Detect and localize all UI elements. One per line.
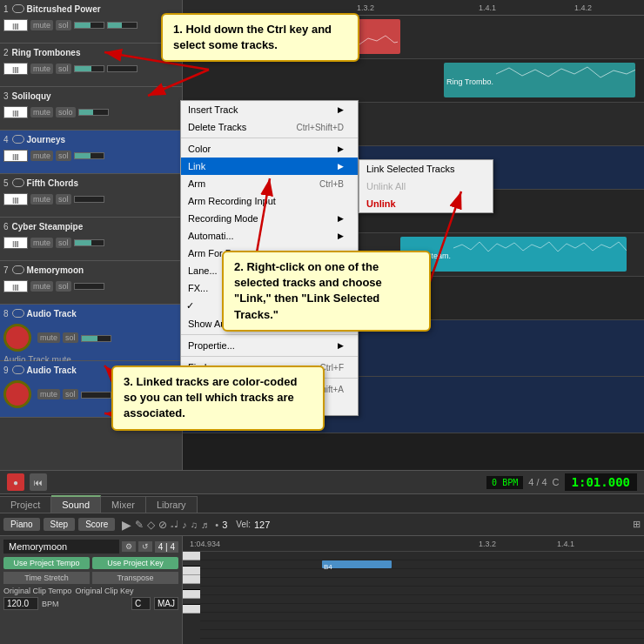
- track-loop-btn[interactable]: ↺: [138, 541, 152, 552]
- note-icon-3[interactable]: ♪: [182, 520, 187, 530]
- track-2-mute[interactable]: mute: [30, 64, 53, 74]
- record-button[interactable]: ●: [7, 473, 24, 491]
- track-1-vol-fill: [75, 23, 91, 28]
- track-5-name: Fifth Chords: [27, 178, 78, 188]
- bottom-panel: Piano Step Score ▶ ✎ ◇ ⊘ 𝅗 ♩ ♪ ♫ ♬ • 3 V…: [0, 513, 644, 644]
- score-mode-button[interactable]: Score: [78, 518, 115, 531]
- menu-arm-recording[interactable]: Arm Recording Input: [181, 192, 358, 210]
- track-8-vol: [81, 335, 111, 342]
- track-4-num: 4: [3, 135, 9, 144]
- clip-6[interactable]: Cyber Steam.: [400, 237, 627, 272]
- time-stretch-button[interactable]: Time Stretch: [3, 572, 90, 584]
- insert-track-arrow: ▶: [338, 105, 344, 114]
- orig-tempo-row: Original Clip Tempo Original Clip Key: [3, 587, 178, 595]
- link-icon-1: [12, 4, 24, 13]
- track-8-header: 8 Audio Track: [0, 305, 182, 322]
- submenu-unlink-all[interactable]: Unlink All: [359, 178, 493, 195]
- submenu-unlink[interactable]: Unlink: [359, 195, 493, 212]
- expand-icon[interactable]: ⊞: [633, 519, 641, 530]
- track-6-mute[interactable]: mute: [30, 238, 53, 248]
- note-icon-5[interactable]: ♬: [201, 520, 208, 530]
- note-block-b4[interactable]: B4: [322, 560, 392, 568]
- track-3-mute[interactable]: mute: [30, 107, 53, 117]
- tab-project[interactable]: Project: [0, 496, 51, 513]
- track-6-controls: |||| mute sol: [0, 235, 182, 251]
- tab-mixer[interactable]: Mixer: [101, 496, 146, 513]
- cursor-tool-icon[interactable]: ▶: [122, 518, 131, 532]
- step-mode-button[interactable]: Step: [44, 518, 76, 531]
- track-1-header: 1 Bitcrushed Power: [0, 0, 182, 17]
- track-row-2: 2 Ring Trombones |||| mute sol: [0, 44, 182, 87]
- track-9-mute[interactable]: mute: [37, 389, 60, 399]
- track-7-solo[interactable]: sol: [56, 281, 71, 292]
- menu-color[interactable]: Color ▶: [181, 140, 358, 158]
- transpose-button[interactable]: Transpose: [92, 572, 178, 584]
- track-2-solo[interactable]: sol: [56, 64, 71, 74]
- track-2-vol: [74, 65, 104, 72]
- time-display: 1:01.000: [565, 473, 637, 491]
- menu-delete-tracks[interactable]: Delete Tracks Ctrl+Shift+D: [181, 118, 358, 136]
- menu-properties[interactable]: Propertie... ▶: [181, 337, 358, 354]
- track-1-solo[interactable]: sol: [56, 20, 71, 30]
- menu-sep-1: [181, 138, 358, 138]
- rewind-button[interactable]: ⏮: [30, 473, 47, 491]
- track-settings-btn[interactable]: ⚙: [122, 541, 136, 552]
- color-arrow: ▶: [338, 144, 344, 153]
- note-grid[interactable]: B4: [200, 552, 644, 644]
- submenu-link-selected[interactable]: Link Selected Tracks: [359, 160, 493, 178]
- bottom-panel-content: Memorymoon ⚙ ↺ 4 | 4 Use Project Tempo U…: [0, 536, 644, 644]
- clip-2[interactable]: Ring Trombo.: [444, 63, 635, 97]
- menu-arm[interactable]: Arm Ctrl+B: [181, 175, 358, 192]
- track-9-num: 9: [3, 366, 9, 375]
- bpm-display: 0 BPM: [486, 476, 523, 489]
- track-8-mute[interactable]: mute: [37, 332, 60, 343]
- track-7-mute[interactable]: mute: [30, 281, 53, 292]
- select-tool-icon[interactable]: ⊘: [158, 519, 167, 531]
- track-6-name: Cyber Steampipe: [12, 222, 84, 231]
- piano-white-key: [183, 605, 200, 614]
- track-9-solo[interactable]: sol: [63, 389, 78, 399]
- menu-recording-mode[interactable]: Recording Mode ▶: [181, 210, 358, 227]
- note-icon-4[interactable]: ♫: [191, 520, 198, 530]
- note-icon-2[interactable]: ♩: [174, 519, 178, 530]
- pencil-tool-icon[interactable]: ✎: [135, 519, 144, 531]
- link-icon-8: [12, 309, 24, 318]
- track-name-row: Memorymoon ⚙ ↺ 4 | 4: [3, 540, 178, 553]
- ruler-pos-2: 1.4.1: [557, 540, 574, 548]
- menu-automation[interactable]: Automati... ▶: [181, 227, 358, 245]
- track-5-mute[interactable]: mute: [30, 194, 53, 205]
- erase-tool-icon[interactable]: ◇: [147, 519, 155, 531]
- track-3-name: Soliloquy: [12, 91, 51, 101]
- piano-mode-button[interactable]: Piano: [3, 518, 40, 531]
- link-submenu: Link Selected Tracks Unlink All Unlink: [359, 159, 493, 213]
- menu-insert-track[interactable]: Insert Track ▶: [181, 101, 358, 118]
- link-icon-5: [12, 178, 24, 187]
- track-4-solo[interactable]: sol: [56, 151, 71, 161]
- track-8-name: Audio Track: [27, 309, 77, 319]
- track-6-midi: ||||: [3, 237, 28, 249]
- note-label: B4: [322, 563, 332, 571]
- use-project-tempo-button[interactable]: Use Project Tempo: [3, 557, 90, 569]
- track-name-field[interactable]: Memorymoon: [3, 540, 119, 553]
- use-project-key-button[interactable]: Use Project Key: [92, 557, 178, 569]
- piano-black-key: [183, 560, 200, 567]
- menu-link[interactable]: Link ▶: [181, 158, 358, 175]
- tempo-input[interactable]: [3, 597, 38, 610]
- track-5-solo[interactable]: sol: [56, 194, 71, 205]
- tab-sound[interactable]: Sound: [51, 495, 101, 513]
- track-4-mute[interactable]: mute: [30, 151, 53, 161]
- tab-library[interactable]: Library: [146, 496, 198, 513]
- track-6-solo[interactable]: sol: [56, 238, 71, 248]
- bottom-panel-toolbar: Piano Step Score ▶ ✎ ◇ ⊘ 𝅗 ♩ ♪ ♫ ♬ • 3 V…: [0, 513, 644, 536]
- track-8-solo[interactable]: sol: [63, 332, 78, 343]
- track-3-solo[interactable]: solo: [56, 107, 76, 117]
- track-4-midi: ||||: [3, 150, 28, 162]
- piano-white-key: [183, 575, 200, 584]
- key-mode-input[interactable]: [154, 597, 178, 610]
- menu-arm-recording-label: Arm Recording Input: [188, 196, 276, 206]
- track-1-mute[interactable]: mute: [30, 20, 53, 30]
- menu-insert-track-label: Insert Track: [188, 104, 238, 115]
- tooltip-2: 2. Right-click on one of the selected tr…: [222, 251, 431, 332]
- key-input[interactable]: [131, 597, 151, 610]
- piano-roll-main: B4: [183, 552, 644, 644]
